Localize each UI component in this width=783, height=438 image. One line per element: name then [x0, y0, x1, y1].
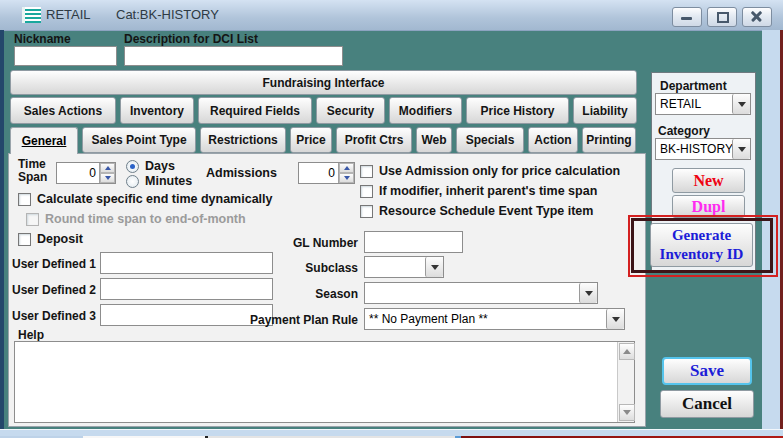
new-button[interactable]: New: [672, 168, 745, 193]
checkbox-if-modifier[interactable]: If modifier, inherit parent's time span: [360, 184, 597, 198]
tab-modifiers[interactable]: Modifiers: [389, 97, 462, 124]
radio-minutes[interactable]: Minutes: [126, 174, 192, 188]
tab-sales-point-type[interactable]: Sales Point Type: [82, 127, 196, 153]
subclass-label: Subclass: [240, 261, 358, 275]
radio-days-circle[interactable]: [126, 160, 139, 173]
category-dropdown[interactable]: BK-HISTORY: [655, 138, 751, 160]
category-label: Category: [658, 124, 710, 138]
tab-restrictions[interactable]: Restrictions: [200, 127, 286, 153]
restore-icon: [717, 12, 729, 23]
minimize-button[interactable]: [672, 7, 702, 27]
tab-general[interactable]: General: [10, 127, 78, 154]
checkbox-deposit[interactable]: Deposit: [18, 232, 83, 246]
tab-web[interactable]: Web: [416, 127, 452, 153]
help-label: Help: [18, 328, 44, 342]
time-span-stepper[interactable]: 0: [56, 162, 116, 184]
admissions-stepper[interactable]: 0: [298, 162, 355, 184]
nickname-input[interactable]: [14, 46, 117, 66]
department-label: Department: [660, 79, 727, 93]
checkbox-round-time-span: Round time span to end-of-month: [26, 212, 246, 226]
close-button[interactable]: [742, 7, 772, 27]
chevron-down-icon[interactable]: [619, 404, 635, 421]
window-category-caption: Cat:BK-HISTORY: [116, 7, 219, 22]
radio-days[interactable]: Days: [126, 159, 175, 173]
help-scrollbar[interactable]: [617, 342, 634, 422]
chevron-down-icon[interactable]: [425, 257, 443, 277]
tab-security[interactable]: Security: [316, 97, 385, 124]
tab-printing[interactable]: Printing: [582, 127, 636, 153]
minimize-icon: [681, 17, 692, 20]
user-defined-3-label: User Defined 3: [12, 309, 96, 323]
user-defined-2-label: User Defined 2: [12, 283, 96, 297]
time-span-value: 0: [57, 163, 99, 183]
generate-inventory-id-button[interactable]: Generate Inventory ID: [650, 223, 753, 267]
season-dropdown[interactable]: [364, 282, 598, 304]
subclass-dropdown[interactable]: [364, 256, 444, 278]
fundraising-interface-button[interactable]: Fundraising Interface: [10, 70, 637, 95]
tab-sales-actions[interactable]: Sales Actions: [10, 97, 116, 124]
payment-plan-rule-label: Payment Plan Rule: [240, 313, 358, 327]
admissions-label: Admissions: [206, 166, 277, 180]
tab-required-fields[interactable]: Required Fields: [198, 97, 312, 124]
payment-plan-rule-dropdown[interactable]: ** No Payment Plan **: [364, 308, 625, 330]
tab-specials[interactable]: Specials: [456, 127, 524, 153]
application-window: RETAIL Cat:BK-HISTORY Nickname Descripti…: [0, 0, 783, 438]
radio-minutes-circle[interactable]: [126, 175, 139, 188]
department-dropdown[interactable]: RETAIL: [655, 93, 751, 115]
window-left-border: [0, 30, 4, 438]
chevron-down-icon[interactable]: [732, 139, 750, 159]
chevron-down-icon[interactable]: [100, 173, 115, 183]
chevron-up-icon[interactable]: [619, 343, 635, 360]
description-label: Description for DCI List: [124, 32, 258, 46]
checkbox-resource-schedule[interactable]: Resource Schedule Event Type item: [360, 204, 593, 218]
chevron-up-icon[interactable]: [100, 163, 115, 173]
user-defined-1-label: User Defined 1: [12, 257, 96, 271]
restore-button[interactable]: [707, 7, 737, 27]
chevron-up-icon[interactable]: [339, 163, 354, 173]
help-textarea[interactable]: [14, 341, 635, 423]
chevron-down-icon[interactable]: [579, 283, 597, 303]
window-title: RETAIL: [46, 7, 91, 22]
chevron-down-icon[interactable]: [339, 173, 354, 183]
gl-number-input[interactable]: [364, 231, 463, 253]
checkbox-use-admission[interactable]: Use Admission only for price calculation: [360, 164, 620, 178]
checkbox-calculate-end-time[interactable]: Calculate specific end time dynamically: [18, 192, 273, 206]
time-span-label: TimeSpan: [18, 158, 47, 184]
save-button[interactable]: Save: [662, 357, 752, 385]
tab-action[interactable]: Action: [528, 127, 578, 153]
tab-liability[interactable]: Liability: [573, 97, 637, 124]
chevron-down-icon[interactable]: [732, 94, 750, 114]
title-bar[interactable]: RETAIL Cat:BK-HISTORY: [0, 0, 783, 31]
tab-price-history[interactable]: Price History: [466, 97, 569, 124]
season-label: Season: [240, 287, 358, 301]
tab-profit-ctrs[interactable]: Profit Ctrs: [336, 127, 412, 153]
tab-price[interactable]: Price: [290, 127, 332, 153]
tab-inventory[interactable]: Inventory: [120, 97, 194, 124]
admissions-value: 0: [299, 163, 338, 183]
gl-number-label: GL Number: [240, 236, 358, 250]
nickname-label: Nickname: [14, 32, 71, 46]
cancel-button[interactable]: Cancel: [660, 390, 754, 418]
chevron-down-icon[interactable]: [606, 309, 624, 329]
list-icon: [22, 7, 41, 23]
description-input[interactable]: [124, 46, 343, 66]
